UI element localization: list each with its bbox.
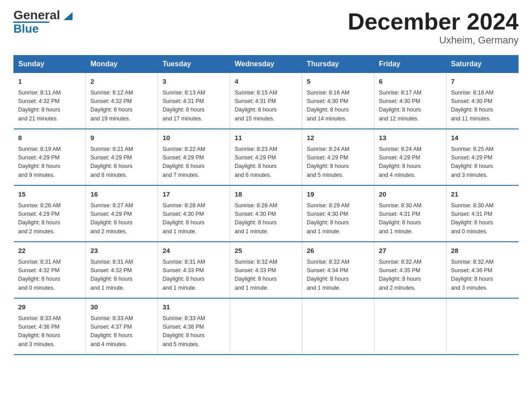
day-number: 3 — [163, 77, 225, 87]
calendar-cell: 22Sunrise: 8:31 AM Sunset: 4:32 PM Dayli… — [14, 242, 86, 298]
calendar-cell: 6Sunrise: 8:17 AM Sunset: 4:30 PM Daylig… — [374, 73, 446, 129]
day-number: 12 — [307, 133, 369, 143]
calendar-cell: 28Sunrise: 8:32 AM Sunset: 4:36 PM Dayli… — [446, 242, 519, 298]
calendar-cell: 18Sunrise: 8:28 AM Sunset: 4:30 PM Dayli… — [230, 185, 302, 242]
day-number: 9 — [90, 133, 153, 143]
day-info: Sunrise: 8:32 AM Sunset: 4:34 PM Dayligh… — [307, 258, 369, 293]
calendar-cell: 20Sunrise: 8:30 AM Sunset: 4:31 PM Dayli… — [374, 185, 446, 242]
day-info: Sunrise: 8:31 AM Sunset: 4:32 PM Dayligh… — [18, 258, 82, 293]
day-number: 25 — [235, 246, 297, 256]
day-number: 19 — [307, 189, 369, 200]
day-info: Sunrise: 8:11 AM Sunset: 4:32 PM Dayligh… — [18, 89, 82, 124]
calendar-week-row: 15Sunrise: 8:26 AM Sunset: 4:29 PM Dayli… — [14, 185, 519, 242]
day-number: 17 — [163, 189, 225, 200]
logo-text: General — [13, 9, 73, 21]
calendar-cell: 3Sunrise: 8:13 AM Sunset: 4:31 PM Daylig… — [158, 73, 230, 129]
calendar-cell: 17Sunrise: 8:28 AM Sunset: 4:30 PM Dayli… — [158, 185, 230, 242]
day-info: Sunrise: 8:18 AM Sunset: 4:30 PM Dayligh… — [451, 89, 514, 124]
calendar-cell: 11Sunrise: 8:23 AM Sunset: 4:29 PM Dayli… — [230, 129, 302, 185]
calendar-week-row: 1Sunrise: 8:11 AM Sunset: 4:32 PM Daylig… — [14, 73, 519, 129]
day-number: 22 — [18, 246, 82, 256]
day-number: 14 — [451, 133, 514, 143]
day-number: 1 — [18, 77, 82, 87]
calendar-cell: 25Sunrise: 8:32 AM Sunset: 4:33 PM Dayli… — [230, 242, 302, 298]
day-info: Sunrise: 8:33 AM Sunset: 4:37 PM Dayligh… — [90, 314, 153, 349]
day-info: Sunrise: 8:17 AM Sunset: 4:30 PM Dayligh… — [379, 89, 442, 124]
calendar-cell: 31Sunrise: 8:33 AM Sunset: 4:38 PM Dayli… — [158, 298, 230, 355]
day-number: 8 — [18, 133, 82, 143]
day-number: 15 — [18, 189, 82, 200]
day-info: Sunrise: 8:12 AM Sunset: 4:32 PM Dayligh… — [90, 89, 153, 124]
calendar-week-row: 22Sunrise: 8:31 AM Sunset: 4:32 PM Dayli… — [14, 242, 519, 298]
day-number: 4 — [235, 77, 297, 87]
day-number: 27 — [379, 246, 442, 256]
calendar-cell: 27Sunrise: 8:32 AM Sunset: 4:35 PM Dayli… — [374, 242, 446, 298]
day-info: Sunrise: 8:24 AM Sunset: 4:29 PM Dayligh… — [307, 145, 369, 180]
day-number: 7 — [451, 77, 514, 87]
day-number: 23 — [90, 246, 153, 256]
day-info: Sunrise: 8:19 AM Sunset: 4:29 PM Dayligh… — [18, 145, 82, 180]
day-number: 21 — [451, 189, 514, 200]
calendar-cell: 21Sunrise: 8:30 AM Sunset: 4:31 PM Dayli… — [446, 185, 519, 242]
calendar-cell: 2Sunrise: 8:12 AM Sunset: 4:32 PM Daylig… — [86, 73, 158, 129]
svg-marker-0 — [64, 12, 73, 20]
day-info: Sunrise: 8:32 AM Sunset: 4:36 PM Dayligh… — [451, 258, 514, 293]
calendar-cell: 10Sunrise: 8:22 AM Sunset: 4:29 PM Dayli… — [158, 129, 230, 185]
day-number: 24 — [163, 246, 225, 256]
calendar-cell: 5Sunrise: 8:16 AM Sunset: 4:30 PM Daylig… — [302, 73, 374, 129]
day-number: 11 — [235, 133, 297, 143]
weekday-header: Thursday — [302, 56, 374, 73]
day-info: Sunrise: 8:30 AM Sunset: 4:31 PM Dayligh… — [451, 201, 514, 236]
day-info: Sunrise: 8:33 AM Sunset: 4:36 PM Dayligh… — [18, 314, 82, 349]
calendar-cell — [446, 298, 519, 355]
day-number: 26 — [307, 246, 369, 256]
calendar-cell: 8Sunrise: 8:19 AM Sunset: 4:29 PM Daylig… — [14, 129, 86, 185]
day-info: Sunrise: 8:28 AM Sunset: 4:30 PM Dayligh… — [163, 201, 225, 236]
calendar-cell: 26Sunrise: 8:32 AM Sunset: 4:34 PM Dayli… — [302, 242, 374, 298]
page-header: General Blue December 2024 Uxheim, Germa… — [13, 9, 519, 46]
day-info: Sunrise: 8:33 AM Sunset: 4:38 PM Dayligh… — [163, 314, 225, 349]
weekday-header: Wednesday — [230, 56, 302, 73]
calendar-table: SundayMondayTuesdayWednesdayThursdayFrid… — [13, 55, 519, 355]
day-info: Sunrise: 8:32 AM Sunset: 4:33 PM Dayligh… — [235, 258, 297, 293]
day-info: Sunrise: 8:24 AM Sunset: 4:29 PM Dayligh… — [379, 145, 442, 180]
day-info: Sunrise: 8:13 AM Sunset: 4:31 PM Dayligh… — [163, 89, 225, 124]
logo-blue-text: Blue — [13, 22, 39, 36]
day-number: 30 — [90, 302, 153, 313]
day-number: 31 — [163, 302, 225, 313]
day-number: 10 — [163, 133, 225, 143]
day-number: 13 — [379, 133, 442, 143]
weekday-header: Tuesday — [158, 56, 230, 73]
location: Uxheim, Germany — [348, 34, 519, 46]
calendar-cell: 9Sunrise: 8:21 AM Sunset: 4:29 PM Daylig… — [86, 129, 158, 185]
day-info: Sunrise: 8:21 AM Sunset: 4:29 PM Dayligh… — [90, 145, 153, 180]
calendar-week-row: 29Sunrise: 8:33 AM Sunset: 4:36 PM Dayli… — [14, 298, 519, 355]
calendar-cell: 14Sunrise: 8:25 AM Sunset: 4:29 PM Dayli… — [446, 129, 519, 185]
day-number: 20 — [379, 189, 442, 200]
calendar-cell: 16Sunrise: 8:27 AM Sunset: 4:29 PM Dayli… — [86, 185, 158, 242]
day-info: Sunrise: 8:26 AM Sunset: 4:29 PM Dayligh… — [18, 201, 82, 236]
day-number: 29 — [18, 302, 82, 313]
weekday-header: Monday — [86, 56, 158, 73]
calendar-cell: 12Sunrise: 8:24 AM Sunset: 4:29 PM Dayli… — [302, 129, 374, 185]
logo: General Blue — [13, 9, 73, 36]
day-number: 18 — [235, 189, 297, 200]
day-info: Sunrise: 8:28 AM Sunset: 4:30 PM Dayligh… — [235, 201, 297, 236]
calendar-cell: 4Sunrise: 8:15 AM Sunset: 4:31 PM Daylig… — [230, 73, 302, 129]
calendar-cell — [374, 298, 446, 355]
calendar-cell: 29Sunrise: 8:33 AM Sunset: 4:36 PM Dayli… — [14, 298, 86, 355]
calendar-cell: 7Sunrise: 8:18 AM Sunset: 4:30 PM Daylig… — [446, 73, 519, 129]
day-info: Sunrise: 8:25 AM Sunset: 4:29 PM Dayligh… — [451, 145, 514, 180]
day-number: 28 — [451, 246, 514, 256]
calendar-week-row: 8Sunrise: 8:19 AM Sunset: 4:29 PM Daylig… — [14, 129, 519, 185]
day-number: 5 — [307, 77, 369, 87]
day-number: 6 — [379, 77, 442, 87]
calendar-cell: 24Sunrise: 8:31 AM Sunset: 4:33 PM Dayli… — [158, 242, 230, 298]
day-info: Sunrise: 8:29 AM Sunset: 4:30 PM Dayligh… — [307, 201, 369, 236]
day-info: Sunrise: 8:22 AM Sunset: 4:29 PM Dayligh… — [163, 145, 225, 180]
day-number: 2 — [90, 77, 153, 87]
day-info: Sunrise: 8:23 AM Sunset: 4:29 PM Dayligh… — [235, 145, 297, 180]
calendar-cell: 15Sunrise: 8:26 AM Sunset: 4:29 PM Dayli… — [14, 185, 86, 242]
title-block: December 2024 Uxheim, Germany — [348, 9, 519, 46]
calendar-cell: 19Sunrise: 8:29 AM Sunset: 4:30 PM Dayli… — [302, 185, 374, 242]
